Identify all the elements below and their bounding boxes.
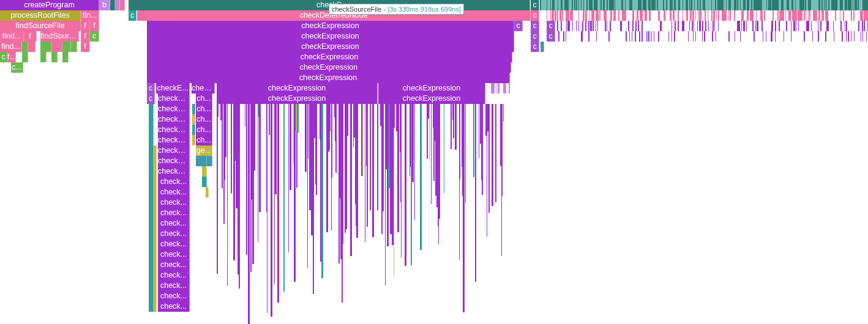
frame-fin-1[interactable]: fin...	[81, 10, 99, 21]
frame-checkE-9[interactable]: checkE...	[158, 94, 190, 104]
frame-ladder-khaki[interactable]	[154, 218, 157, 229]
frame-slit2[interactable]	[115, 0, 120, 10]
frame-f-3c[interactable]: f	[81, 31, 90, 42]
frame-ladder-thin[interactable]	[202, 166, 207, 177]
frame-ladder-cyan[interactable]	[149, 249, 154, 260]
frame-ladder[interactable]: checkE...	[158, 135, 190, 145]
frame-checkExpression-r4[interactable]: checkExpression	[147, 42, 514, 52]
frame-ladder-cyan[interactable]	[149, 291, 154, 301]
frame-ladder[interactable]: check...	[158, 187, 190, 197]
frame-c-8a[interactable]: c	[147, 83, 155, 94]
flame-graph-root[interactable]: createProgrambcheckScprocessRootFilesfin…	[0, 0, 868, 324]
frame-ladder-khaki[interactable]	[154, 270, 157, 281]
frame-ladder[interactable]: check...	[158, 270, 190, 281]
frame-ladder-side[interactable]: ch...	[196, 125, 212, 135]
frame-ladder[interactable]: check...	[158, 177, 190, 187]
frame-checkSourceFile[interactable]: checkS	[129, 0, 530, 10]
frame-ladder-thin[interactable]	[192, 104, 195, 114]
frame-c-9a[interactable]: c	[147, 94, 155, 104]
frame-find-4a[interactable]: find...	[0, 42, 22, 52]
frame-ladder[interactable]: check...	[158, 197, 190, 208]
frame-ladder[interactable]: check...	[158, 218, 190, 229]
frame-ladder-cyan[interactable]	[149, 114, 154, 125]
frame-g-4a[interactable]	[22, 42, 28, 52]
frame-ladder-khaki[interactable]	[154, 156, 157, 166]
frame-f-4[interactable]: f	[81, 42, 90, 52]
frame-ladder-cyan[interactable]	[149, 104, 154, 114]
frame-ch-9[interactable]: ch...	[196, 94, 212, 104]
frame-checkExpression-r2[interactable]: checkExpression	[147, 21, 514, 31]
frame-c-4a[interactable]: c	[531, 42, 539, 52]
frame-ladder-thin[interactable]	[192, 135, 195, 145]
stripe-region[interactable]	[556, 31, 868, 42]
frame-ladder-thin[interactable]	[206, 187, 209, 197]
frame-findSourceFile-1[interactable]: findSourceFile	[0, 21, 81, 31]
frame-slit[interactable]	[110, 0, 115, 10]
stripe-region[interactable]	[556, 21, 868, 31]
frame-c-teal-1[interactable]: c	[531, 0, 539, 10]
frame-c-3b[interactable]: c	[547, 31, 555, 42]
frame-c-6a[interactable]: c...	[11, 62, 23, 73]
frame-ladder[interactable]: check...	[158, 291, 190, 301]
frame-checkExpression-8a[interactable]: checkExpression	[217, 83, 378, 94]
frame-createProgram[interactable]: createProgram	[0, 0, 99, 10]
frame-checkExpression-9a[interactable]: checkExpression	[217, 94, 378, 104]
frame-check-8[interactable]: check...	[192, 83, 215, 94]
frame-ladder[interactable]: checkE...	[158, 125, 190, 135]
frame-ladder-cyan[interactable]	[149, 208, 154, 218]
frame-processRootFiles[interactable]: processRootFiles	[0, 10, 81, 21]
frame-ladder-khaki[interactable]	[154, 260, 157, 270]
frame-ladder-cyan[interactable]	[149, 281, 154, 291]
stripe-rain-region[interactable]	[217, 104, 504, 324]
frame-ladder-khaki[interactable]	[154, 291, 157, 301]
frame-c-5a[interactable]: c	[0, 52, 7, 62]
frame-ladder[interactable]: check...	[158, 249, 190, 260]
frame-checkExpression-r3[interactable]: checkExpression	[147, 31, 514, 42]
frame-ladder[interactable]: checkE...	[158, 104, 190, 114]
frame-findSourc-3[interactable]: findSourc...	[40, 31, 79, 42]
frame-ladder-khaki[interactable]	[154, 249, 157, 260]
frame-ladder[interactable]: check...	[158, 260, 190, 270]
stripe-region[interactable]	[540, 10, 868, 21]
frame-ladder-khaki[interactable]	[154, 197, 157, 208]
frame-checkExpression-9b[interactable]: checkExpression	[378, 94, 485, 104]
frame-ladder-cyan[interactable]	[149, 218, 154, 229]
frame-ladder[interactable]: checkE...	[158, 156, 190, 166]
frame-checkExpression-8b[interactable]: checkExpression	[378, 83, 485, 94]
frame-ladder-khaki[interactable]	[154, 239, 157, 249]
frame-g-5b[interactable]	[40, 52, 47, 62]
frame-c-pink-1[interactable]: c	[531, 10, 539, 21]
frame-f-2b[interactable]: f	[90, 21, 99, 31]
frame-ladder-cyan[interactable]	[149, 197, 154, 208]
frame-find-3a[interactable]: find...	[0, 31, 24, 42]
frame-ladder-cyan[interactable]	[149, 135, 154, 145]
frame-ladder[interactable]: check...	[158, 208, 190, 218]
frame-ladder-khaki[interactable]	[154, 208, 157, 218]
frame-ladder[interactable]: checkE...	[158, 114, 190, 125]
frame-checkExpression-r5[interactable]: checkExpression	[147, 52, 512, 62]
frame-ladder-thin[interactable]	[202, 177, 207, 187]
frame-g-4d[interactable]	[71, 42, 77, 52]
frame-ladder-khaki[interactable]	[154, 301, 157, 312]
frame-ladder-thin[interactable]	[192, 125, 195, 135]
frame-p-4b[interactable]	[51, 42, 62, 52]
frame-c-cyan-1[interactable]: c	[129, 10, 137, 21]
frame-ladder-cyan[interactable]	[149, 177, 154, 187]
frame-checkExpression-r7[interactable]: checkExpression	[147, 73, 510, 83]
frame-ladder-khaki[interactable]	[154, 187, 157, 197]
frame-g-4c[interactable]	[62, 42, 71, 52]
frame-ladder[interactable]: check...	[158, 281, 190, 291]
frame-checkDeferredNode[interactable]: checkDeferredNode	[137, 10, 531, 21]
frame-ladder-cyan[interactable]	[149, 260, 154, 270]
frame-checkE-8[interactable]: checkE...	[156, 83, 190, 94]
frame-p-4a[interactable]	[28, 42, 36, 52]
frame-ladder-side[interactable]: ch...	[196, 135, 212, 145]
frame-ladder-cyan[interactable]	[149, 145, 154, 156]
frame-slit3[interactable]	[120, 0, 125, 10]
frame-ladder-cyan[interactable]	[149, 301, 154, 312]
frame-b[interactable]: b	[99, 0, 110, 10]
frame-ladder-side[interactable]: ge...	[196, 145, 212, 156]
frame-ladder-thin[interactable]	[192, 114, 195, 125]
frame-g-5a[interactable]	[22, 52, 28, 62]
frame-ladder-cyan[interactable]	[149, 166, 154, 177]
